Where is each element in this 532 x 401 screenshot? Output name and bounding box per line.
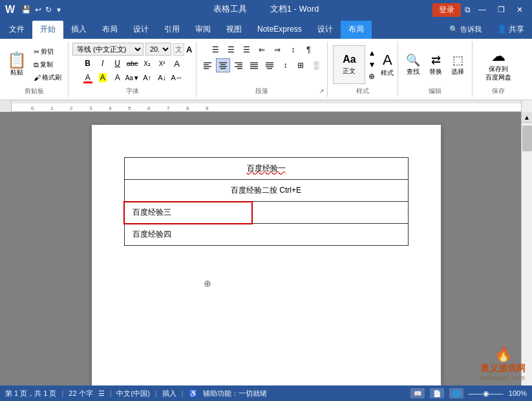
show-para-button[interactable]: ¶ (301, 43, 315, 57)
zoom-level[interactable]: 100% (509, 389, 527, 397)
scroll-up-button[interactable]: ▲ (522, 112, 533, 123)
format-painter-button[interactable]: 🖌 格式刷 (31, 72, 64, 83)
customize-icon[interactable]: ▼ (56, 6, 62, 14)
web-layout-button[interactable]: 🌐 (449, 388, 463, 398)
tab-table-layout[interactable]: 布局 (341, 21, 372, 39)
shading-button[interactable]: ░ (309, 58, 323, 72)
accessibility-icon: ♿ (189, 389, 198, 398)
edit-group: 🔍 查找 ⇄ 替换 ⬚ 选择 编辑 (398, 41, 473, 97)
distribute-button[interactable] (262, 58, 277, 72)
align-center-button[interactable] (216, 58, 230, 72)
document-canvas[interactable]: ⊕ 百度经验一 百度经验二按 Ctrl+E 百度经验三 (0, 112, 532, 385)
doc-title: 文档1 - Word (270, 4, 319, 14)
bold-button[interactable]: B (81, 57, 94, 70)
font-color-button[interactable]: A (81, 71, 94, 84)
print-layout-button[interactable]: 📄 (430, 388, 444, 398)
share-icon: 👤 (497, 25, 507, 34)
find-button[interactable]: 🔍 查找 (402, 50, 424, 79)
tab-share[interactable]: 👤 共享 (489, 21, 532, 39)
align-left-button[interactable] (200, 58, 215, 72)
ruler-corner (0, 100, 12, 112)
style-scroll-down-icon[interactable]: ▼ (368, 60, 376, 69)
table-cell-row3-col2[interactable] (252, 202, 408, 224)
select-button[interactable]: ⬚ 选择 (447, 50, 468, 79)
table-cell-row3-col1[interactable]: 百度经验三 (124, 202, 252, 224)
table-cell-row2[interactable]: 百度经验二按 Ctrl+E (124, 180, 408, 202)
select-icon: ⬚ (452, 53, 463, 67)
table-move-icon[interactable]: ⊕ (204, 278, 211, 288)
save-icon[interactable]: 💾 (21, 5, 31, 14)
font-name-select[interactable]: 等线 (中文正文) (72, 43, 144, 56)
login-button[interactable]: 登录 (432, 3, 461, 17)
style-item[interactable]: Aa 正文 (333, 45, 365, 84)
cloud-save-icon: ☁ (491, 48, 505, 65)
save-to-cloud-button[interactable]: ☁ 保存到百度网盘 (479, 45, 518, 84)
style-controls: ▲ ▼ ⊕ (368, 49, 376, 81)
save-group: ☁ 保存到百度网盘 保存 (473, 41, 524, 97)
change-case-button[interactable]: Aa▼ (126, 71, 139, 84)
scroll-thumb[interactable] (522, 125, 532, 151)
font-color2-button[interactable]: A (111, 71, 124, 84)
quick-access-toolbar: 💾 ↩ ↻ ▼ (21, 5, 62, 14)
style-label[interactable]: 样式 (381, 69, 394, 78)
redo-icon[interactable]: ↻ (45, 5, 52, 14)
clipboard-group-content: 📋 粘贴 ✂ 剪切 ⧉ 复制 🖌 格式刷 (4, 43, 64, 87)
tab-design[interactable]: 设计 (125, 21, 156, 39)
indent-increase-button[interactable]: ⇒ (270, 43, 284, 57)
tab-layout[interactable]: 布局 (94, 21, 125, 39)
font-group-content: 等线 (中文正文) 20.5 文 A B I U abc X₂ X² A (72, 43, 192, 87)
numbering-button[interactable]: ☰ (224, 43, 238, 57)
font-size-select[interactable]: 20.5 (145, 43, 171, 56)
tab-view[interactable]: 视图 (218, 21, 250, 39)
cut-button[interactable]: ✂ 剪切 (31, 46, 64, 58)
tab-review[interactable]: 审阅 (187, 21, 218, 39)
shrink-font-button[interactable]: A↓ (156, 71, 169, 84)
read-mode-button[interactable]: 📖 (410, 388, 425, 398)
multilevel-button[interactable]: ☰ (239, 43, 253, 57)
tab-home[interactable]: 开始 (32, 21, 63, 39)
char-spacing-button[interactable]: A↔ (171, 71, 184, 84)
underline-button[interactable]: U (111, 57, 124, 70)
enlarge-font-button[interactable]: A↑ (141, 71, 154, 84)
highlight-button[interactable]: A (96, 71, 109, 84)
indent-decrease-button[interactable]: ⇐ (255, 43, 269, 57)
tab-tell-me[interactable]: 🔍 告诉我 (442, 21, 489, 39)
style-expand-icon[interactable]: ⊕ (368, 72, 375, 81)
tab-file[interactable]: 文件 (1, 21, 32, 39)
zoom-slider[interactable]: ——◉—— (469, 389, 504, 398)
status-bar-right: 📖 📄 🌐 ——◉—— 100% (410, 388, 527, 398)
align-right-button[interactable] (231, 58, 246, 72)
undo-icon[interactable]: ↩ (35, 5, 41, 14)
tab-insert[interactable]: 插入 (63, 21, 94, 39)
line-spacing-button[interactable]: ↕ (278, 58, 292, 72)
bullets-button[interactable]: ☰ (208, 43, 222, 57)
window-layout-icon[interactable]: ⧉ (465, 5, 471, 14)
italic-button[interactable]: I (96, 57, 109, 70)
strikethrough-button[interactable]: abc (126, 57, 139, 70)
tab-noteexpress[interactable]: NoteExpress (250, 21, 310, 39)
find-label: 查找 (407, 67, 420, 76)
subscript-button[interactable]: X₂ (141, 57, 154, 70)
vertical-scrollbar[interactable]: ▲ (521, 112, 532, 385)
table-cell-row4[interactable]: 百度经验四 (124, 224, 408, 246)
sort-button[interactable]: ↕ (286, 43, 300, 57)
window-title: 表格工具 文档1 - Word (213, 3, 319, 15)
paragraph-expand-icon[interactable]: ↗ (319, 88, 325, 94)
borders-button[interactable]: ⊞ (293, 58, 308, 72)
restore-button[interactable]: ❐ (494, 3, 509, 16)
superscript-button[interactable]: X² (156, 57, 169, 70)
justify-button[interactable] (247, 58, 261, 72)
tab-references[interactable]: 引用 (156, 21, 187, 39)
close-button[interactable]: ✕ (513, 3, 527, 16)
replace-button[interactable]: ⇄ 替换 (425, 50, 446, 79)
paste-button[interactable]: 📋 粘贴 (4, 50, 30, 79)
copy-button[interactable]: ⧉ 复制 (31, 59, 64, 70)
minimize-button[interactable]: — (474, 3, 490, 16)
paragraph-group-content: ☰ ☰ ☰ ⇐ ⇒ ↕ ¶ (200, 43, 323, 87)
edit-style-container: A 样式 (381, 52, 394, 78)
tab-table-design[interactable]: 设计 (310, 21, 341, 39)
scrollbar-corner (521, 100, 532, 112)
table-cell-row1[interactable]: 百度经验一 (124, 158, 408, 180)
style-scroll-up-icon[interactable]: ▲ (368, 49, 376, 58)
clear-format-button[interactable]: A (171, 57, 184, 70)
